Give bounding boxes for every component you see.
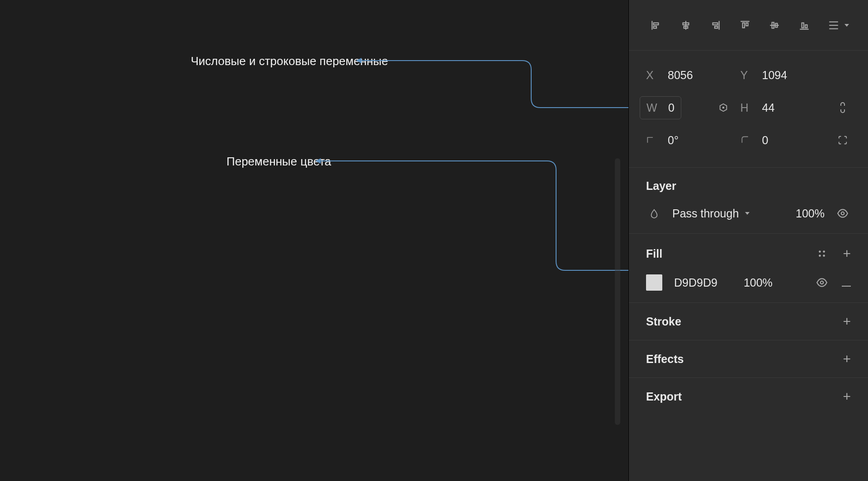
svg-point-22 [722, 107, 724, 108]
align-left-icon[interactable] [648, 17, 664, 33]
independent-corners-icon[interactable] [835, 132, 851, 148]
chevron-down-icon [844, 24, 849, 27]
svg-rect-2 [654, 26, 657, 28]
transform-section: X 8056 Y 1094 W 0 [629, 51, 868, 168]
blend-mode-dropdown[interactable]: Pass through [672, 207, 750, 220]
distribute-spacing-dropdown[interactable] [826, 17, 849, 33]
fill-visibility-icon[interactable] [814, 274, 830, 291]
h-value[interactable]: 44 [762, 101, 775, 114]
add-export-button[interactable]: + [843, 390, 851, 403]
annotation-connectors [0, 0, 628, 481]
fill-styles-icon[interactable] [814, 245, 830, 262]
fill-hex-value[interactable]: D9D9D9 [674, 276, 717, 289]
x-label: X [646, 69, 658, 82]
export-section: Export + [629, 378, 868, 415]
fill-color-swatch[interactable] [646, 274, 662, 291]
svg-rect-11 [746, 23, 748, 26]
h-label: H [741, 101, 752, 114]
svg-rect-17 [805, 24, 807, 27]
layer-section: Layer Pass through 100% [629, 168, 868, 234]
export-section-title: Export [646, 390, 682, 403]
svg-rect-10 [742, 23, 744, 28]
add-fill-button[interactable]: + [843, 247, 851, 260]
align-vcenter-icon[interactable] [766, 17, 783, 33]
annotation-numeric-vars: Числовые и строковые переменные [191, 54, 388, 68]
blend-icon [646, 205, 662, 222]
fill-opacity-value[interactable]: 100% [744, 276, 773, 289]
layer-section-title: Layer [646, 179, 676, 193]
svg-point-27 [823, 255, 826, 257]
canvas[interactable]: Числовые и строковые переменные Переменн… [0, 0, 628, 481]
svg-point-24 [819, 250, 821, 253]
y-label: Y [741, 69, 752, 82]
fill-section-title: Fill [646, 247, 662, 260]
add-stroke-button[interactable]: + [843, 315, 851, 328]
design-panel: X 8056 Y 1094 W 0 [628, 0, 868, 481]
visibility-icon[interactable] [835, 205, 851, 222]
fill-section: Fill + D9D9D9 100% [629, 234, 868, 303]
align-right-icon[interactable] [707, 17, 723, 33]
annotation-color-vars: Переменные цвета [226, 155, 331, 169]
corner-radius-value[interactable]: 0 [762, 134, 769, 147]
svg-rect-8 [715, 26, 718, 28]
svg-point-25 [823, 250, 826, 253]
svg-rect-7 [713, 23, 718, 24]
svg-point-28 [821, 281, 824, 284]
constrain-proportions-icon[interactable] [835, 99, 851, 116]
stroke-section: Stroke + [629, 303, 868, 340]
add-effect-button[interactable]: + [843, 352, 851, 366]
rotation-value[interactable]: 0° [668, 134, 679, 147]
remove-fill-button[interactable] [842, 276, 851, 289]
alignment-toolbar [629, 0, 868, 51]
w-label: W [646, 101, 658, 114]
align-bottom-icon[interactable] [796, 17, 812, 33]
effects-section-title: Effects [646, 353, 684, 366]
align-top-icon[interactable] [737, 17, 753, 33]
rotation-icon [646, 134, 658, 147]
w-value[interactable]: 0 [668, 101, 675, 114]
stroke-section-title: Stroke [646, 315, 681, 328]
chevron-down-icon [745, 212, 750, 215]
y-value[interactable]: 1094 [762, 69, 788, 82]
layer-opacity-value[interactable]: 100% [796, 207, 825, 220]
svg-rect-16 [802, 23, 803, 28]
fill-entry: D9D9D9 100% [646, 274, 851, 291]
canvas-scrollbar-thumb[interactable] [615, 158, 620, 425]
corner-radius-icon [741, 134, 752, 147]
effects-section: Effects + [629, 340, 868, 378]
apply-variable-icon[interactable] [715, 99, 731, 116]
x-value[interactable]: 8056 [668, 69, 693, 82]
blend-mode-label: Pass through [672, 207, 739, 220]
align-hcenter-icon[interactable] [678, 17, 694, 33]
svg-point-23 [841, 212, 844, 215]
svg-rect-1 [654, 23, 659, 24]
svg-point-26 [819, 255, 821, 257]
